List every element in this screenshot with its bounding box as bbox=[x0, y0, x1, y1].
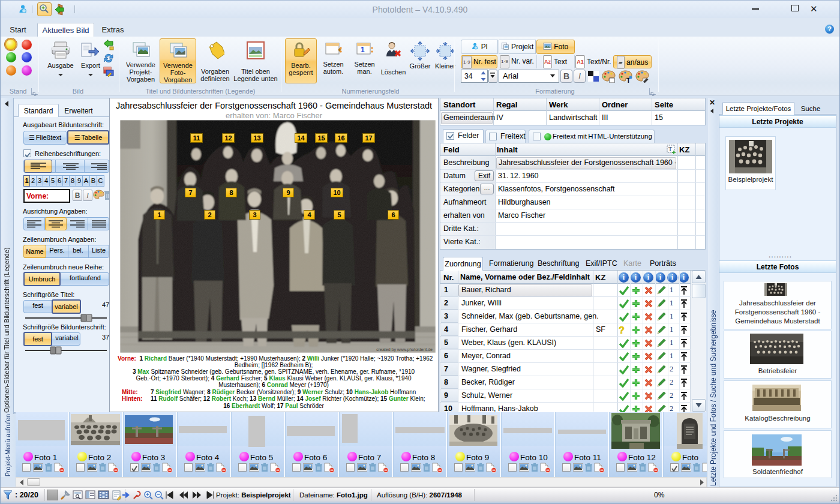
svg-text:1: 1 bbox=[361, 46, 365, 54]
svg-text:created by www.photoident.de: created by www.photoident.de bbox=[376, 347, 433, 352]
svg-text:T: T bbox=[668, 146, 672, 152]
